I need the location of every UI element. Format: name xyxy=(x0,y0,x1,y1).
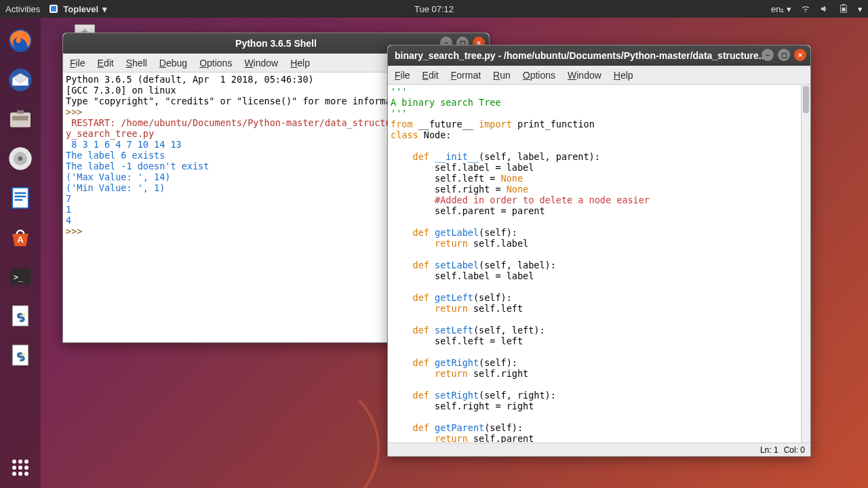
battery-icon[interactable] xyxy=(839,4,848,14)
minimize-button[interactable]: – xyxy=(762,49,774,61)
status-col: Col: 0 xyxy=(784,445,805,455)
dock-software[interactable]: A xyxy=(4,221,37,253)
menu-window[interactable]: Window xyxy=(568,70,601,81)
svg-rect-3 xyxy=(842,7,845,11)
dock-python-file1[interactable] xyxy=(4,300,37,332)
activities-button[interactable]: Activities xyxy=(5,4,40,14)
svg-rect-1 xyxy=(51,6,56,12)
editor-statusbar: Ln: 1 Col: 0 xyxy=(388,443,810,456)
menu-window[interactable]: Window xyxy=(244,58,278,68)
menu-help[interactable]: Help xyxy=(614,70,633,81)
dock-firefox[interactable] xyxy=(4,24,37,57)
wallpaper-swirl xyxy=(244,380,380,488)
menu-options[interactable]: Options xyxy=(523,70,555,81)
editor-menubar: File Edit Format Run Options Window Help xyxy=(388,66,810,85)
editor-window: binary_search_tree.py - /home/ubuntu/Doc… xyxy=(387,45,811,457)
svg-point-21 xyxy=(22,314,24,316)
dock-libreoffice-writer[interactable] xyxy=(4,182,37,214)
launcher-dock: A >_ xyxy=(0,18,41,488)
svg-rect-8 xyxy=(12,116,28,121)
show-applications-button[interactable] xyxy=(12,460,28,476)
dock-terminal[interactable]: >_ xyxy=(4,260,37,293)
dock-thunderbird[interactable] xyxy=(4,64,37,96)
input-lang[interactable]: en₁ ▾ xyxy=(771,4,791,14)
chevron-down-icon: ▾ xyxy=(102,4,107,14)
svg-point-12 xyxy=(18,157,23,161)
close-button[interactable]: × xyxy=(794,49,806,61)
svg-text:A: A xyxy=(17,235,24,245)
gnome-topbar: Activities Toplevel ▾ Tue 07:12 en₁ ▾ ▾ xyxy=(0,0,868,18)
svg-rect-14 xyxy=(15,192,26,195)
menu-help[interactable]: Help xyxy=(290,58,310,68)
svg-rect-13 xyxy=(12,188,28,208)
volume-icon[interactable] xyxy=(820,4,829,14)
editor-scrollbar[interactable] xyxy=(801,85,810,443)
dock-files[interactable] xyxy=(4,103,37,136)
chevron-down-icon[interactable]: ▾ xyxy=(858,4,863,14)
menu-edit[interactable]: Edit xyxy=(422,70,439,81)
clock[interactable]: Tue 07:12 xyxy=(414,4,454,14)
menu-debug[interactable]: Debug xyxy=(159,58,187,68)
svg-rect-9 xyxy=(17,110,24,114)
scrollbar-thumb[interactable] xyxy=(803,86,809,113)
svg-rect-4 xyxy=(842,4,845,5)
app-menu-label: Toplevel xyxy=(63,4,98,14)
svg-rect-20 xyxy=(12,306,28,326)
shell-title: Python 3.6.5 Shell xyxy=(235,38,317,49)
svg-rect-16 xyxy=(15,199,23,201)
svg-rect-22 xyxy=(12,345,28,365)
menu-edit[interactable]: Edit xyxy=(98,58,114,68)
menu-options[interactable]: Options xyxy=(199,58,232,68)
editor-text[interactable]: ''' A binary search Tree ''' from __futu… xyxy=(388,85,810,443)
menu-run[interactable]: Run xyxy=(493,70,511,81)
maximize-button[interactable]: ◻ xyxy=(778,49,790,61)
menu-file[interactable]: File xyxy=(70,58,85,68)
editor-titlebar[interactable]: binary_search_tree.py - /home/ubuntu/Doc… xyxy=(388,45,810,66)
svg-text:>_: >_ xyxy=(14,272,24,282)
editor-title: binary_search_tree.py - /home/ubuntu/Doc… xyxy=(395,50,766,61)
svg-rect-15 xyxy=(15,196,26,198)
menu-shell[interactable]: Shell xyxy=(126,58,147,68)
wifi-icon[interactable] xyxy=(801,4,810,14)
app-icon xyxy=(48,3,59,14)
app-menu[interactable]: Toplevel ▾ xyxy=(48,3,107,14)
menu-format[interactable]: Format xyxy=(451,70,481,81)
svg-point-23 xyxy=(22,353,24,355)
status-line: Ln: 1 xyxy=(760,445,778,455)
dock-python-file2[interactable] xyxy=(4,339,37,371)
menu-file[interactable]: File xyxy=(395,70,410,81)
dock-rhythmbox[interactable] xyxy=(4,142,37,175)
